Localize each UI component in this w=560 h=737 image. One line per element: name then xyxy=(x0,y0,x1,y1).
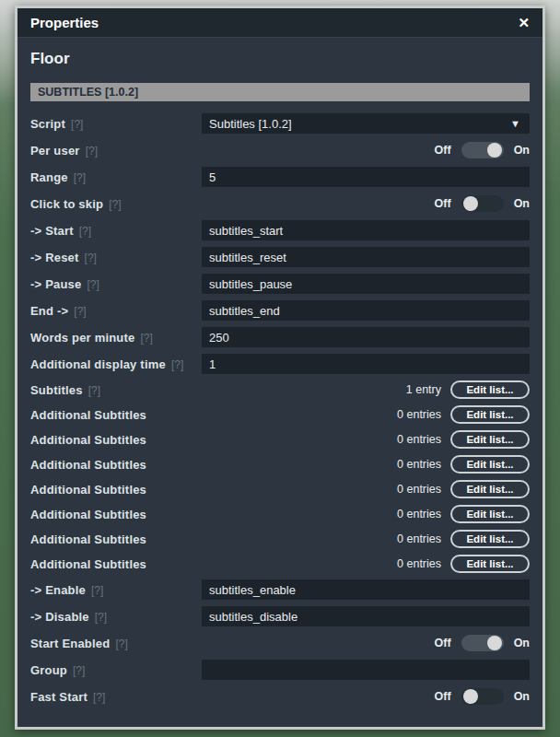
text-input[interactable] xyxy=(202,300,530,321)
toggle-off-label: Off xyxy=(435,197,451,210)
text-input[interactable] xyxy=(202,579,530,600)
property-label-group: Additional Subtitles xyxy=(30,557,202,571)
help-badge: [?] xyxy=(71,118,83,131)
property-label-group: Words per minute[?] xyxy=(30,331,202,345)
property-row: Additional Subtitles0 entriesEdit list..… xyxy=(30,530,530,548)
window-title: Properties xyxy=(30,15,99,30)
toggle-off-label: Off xyxy=(435,690,451,703)
help-badge: [?] xyxy=(91,584,103,597)
property-label: Fast Start xyxy=(30,690,88,704)
toggle-on-label: On xyxy=(514,637,530,649)
help-badge: [?] xyxy=(87,278,99,291)
toggle-off-label: Off xyxy=(435,637,451,649)
property-row: Additional display time[?] xyxy=(30,354,530,374)
edit-list-button[interactable]: Edit list... xyxy=(450,405,530,424)
toggle-group: OffOn xyxy=(435,142,530,158)
entry-count: 0 entries xyxy=(397,433,441,446)
text-input[interactable] xyxy=(202,660,530,680)
property-row: Start Enabled[?]OffOn xyxy=(30,633,530,653)
property-label-group: Fast Start[?] xyxy=(30,690,202,704)
property-label: Range xyxy=(30,170,68,184)
toggle-switch[interactable] xyxy=(461,142,504,158)
entry-count: 0 entries xyxy=(397,458,441,471)
property-label-group: -> Start[?] xyxy=(30,224,202,238)
panel-content: Floor SUBTITLES [1.0.2] Script[?]Subtitl… xyxy=(18,50,542,707)
text-input[interactable] xyxy=(202,274,530,294)
toggle-knob xyxy=(487,143,502,158)
entry-count: 1 entry xyxy=(406,383,441,396)
property-label: Additional Subtitles xyxy=(30,508,146,521)
toggle-group: OffOn xyxy=(435,635,530,651)
property-label-group: Additional Subtitles xyxy=(30,483,202,497)
property-label-group: -> Pause[?] xyxy=(30,277,202,291)
property-label: Script xyxy=(30,117,65,131)
dropdown-select[interactable]: Subtitles [1.0.2]▼ xyxy=(202,113,530,134)
help-badge: [?] xyxy=(74,171,86,184)
edit-list-button[interactable]: Edit list... xyxy=(450,480,530,498)
property-row: Range[?] xyxy=(30,167,530,187)
property-label-group: Per user[?] xyxy=(30,144,202,158)
property-row: Click to skip[?]OffOn xyxy=(30,193,530,214)
property-label: End -> xyxy=(30,304,68,318)
titlebar: Properties ✕ xyxy=(18,8,542,38)
help-badge: [?] xyxy=(86,145,98,158)
help-badge: [?] xyxy=(93,691,105,704)
property-row: Per user[?]OffOn xyxy=(30,140,530,160)
property-label: Click to skip xyxy=(30,197,103,211)
section-header: SUBTITLES [1.0.2] xyxy=(30,83,530,101)
property-row: Additional Subtitles0 entriesEdit list..… xyxy=(30,430,530,449)
property-label-group: Additional Subtitles xyxy=(30,508,202,521)
toggle-on-label: On xyxy=(514,690,530,703)
close-icon[interactable]: ✕ xyxy=(518,16,530,29)
toggle-switch[interactable] xyxy=(461,688,504,705)
property-row: -> Reset[?] xyxy=(30,247,530,267)
property-label-group: Additional Subtitles xyxy=(30,532,202,546)
toggle-knob xyxy=(487,636,502,650)
property-row: Additional Subtitles0 entriesEdit list..… xyxy=(30,455,530,474)
help-badge: [?] xyxy=(74,305,86,318)
text-input[interactable] xyxy=(202,606,530,626)
properties-panel: Properties ✕ Floor SUBTITLES [1.0.2] Scr… xyxy=(15,6,545,730)
property-label-group: Subtitles[?] xyxy=(30,383,202,397)
property-label-group: Group[?] xyxy=(30,663,202,677)
property-label-group: Additional display time[?] xyxy=(30,357,202,371)
help-badge: [?] xyxy=(95,611,107,624)
help-badge: [?] xyxy=(79,225,91,238)
dropdown-value: Subtitles [1.0.2] xyxy=(209,117,510,131)
property-label: Start Enabled xyxy=(30,637,110,650)
property-row: Words per minute[?] xyxy=(30,327,530,347)
property-label: Per user xyxy=(30,144,80,158)
toggle-knob xyxy=(463,689,478,704)
help-badge: [?] xyxy=(109,198,121,211)
toggle-switch[interactable] xyxy=(461,195,504,212)
edit-list-button[interactable]: Edit list... xyxy=(450,380,530,399)
text-input[interactable] xyxy=(202,247,530,267)
help-badge: [?] xyxy=(73,664,85,677)
property-row: Subtitles[?]1 entryEdit list... xyxy=(30,380,530,399)
edit-list-button[interactable]: Edit list... xyxy=(450,430,530,449)
entry-count: 0 entries xyxy=(397,508,441,521)
toggle-group: OffOn xyxy=(435,195,530,212)
edit-list-button[interactable]: Edit list... xyxy=(450,530,530,548)
property-label-group: Additional Subtitles xyxy=(30,433,202,447)
property-row: -> Pause[?] xyxy=(30,274,530,294)
edit-list-button[interactable]: Edit list... xyxy=(450,555,530,573)
edit-list-button[interactable]: Edit list... xyxy=(450,455,530,474)
object-name: Floor xyxy=(30,50,530,68)
edit-list-button[interactable]: Edit list... xyxy=(450,505,530,523)
toggle-switch[interactable] xyxy=(461,635,504,651)
toggle-knob xyxy=(463,196,478,211)
text-input[interactable] xyxy=(202,220,530,240)
property-row: -> Disable[?] xyxy=(30,606,530,626)
property-label-group: -> Disable[?] xyxy=(30,610,202,624)
text-input[interactable] xyxy=(202,167,530,187)
property-label: -> Enable xyxy=(30,583,86,597)
property-row: Fast Start[?]OffOn xyxy=(30,686,530,707)
text-input[interactable] xyxy=(202,327,530,347)
property-row: End ->[?] xyxy=(30,300,530,321)
property-label: Subtitles xyxy=(30,383,83,397)
property-label: -> Reset xyxy=(30,251,79,264)
text-input[interactable] xyxy=(202,354,530,374)
property-rows: Script[?]Subtitles [1.0.2]▼Per user[?]Of… xyxy=(30,113,530,707)
help-badge: [?] xyxy=(140,332,152,345)
